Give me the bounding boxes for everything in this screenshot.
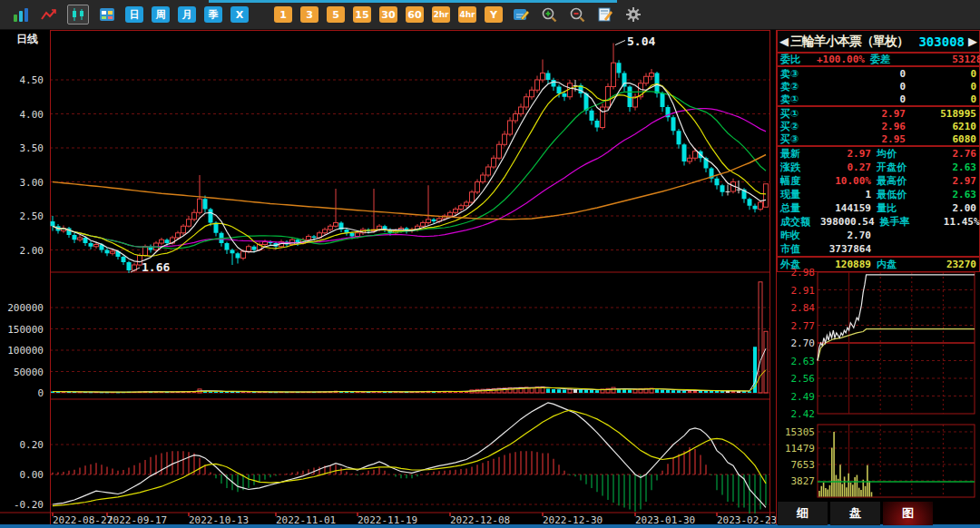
sell-row[interactable]: 卖②00 bbox=[778, 80, 979, 93]
minutes-button-60[interactable]: 60 bbox=[406, 6, 424, 23]
detail-row: 涨跌0.27开盘价2.63 bbox=[778, 161, 979, 174]
sell-row[interactable]: 卖①00 bbox=[778, 93, 979, 105]
buy-row[interactable]: 买①2.97518995 bbox=[778, 107, 979, 120]
detail-value: 2.63 bbox=[924, 189, 976, 200]
minutes-button-Y[interactable]: Y bbox=[485, 6, 503, 23]
candlestick-series bbox=[51, 44, 769, 274]
memo-icon[interactable] bbox=[595, 5, 615, 24]
svg-text:2.91: 2.91 bbox=[791, 285, 816, 297]
svg-text:7653: 7653 bbox=[791, 459, 816, 471]
detail-value: 2.70 bbox=[820, 230, 871, 241]
trading-app-window: 日周月季X1351530602hr4hrY 2.002.503.003.504.… bbox=[0, 0, 980, 528]
detail-value: 2.63 bbox=[924, 161, 976, 173]
toolbar: 日周月季X1351530602hr4hrY bbox=[0, 0, 980, 30]
detail-label: 市值 bbox=[780, 242, 820, 256]
period-button-周[interactable]: 周 bbox=[152, 6, 170, 23]
sell-amount: 0 bbox=[906, 81, 976, 93]
minutes-button-3[interactable]: 3 bbox=[300, 6, 318, 23]
market-overview-icon[interactable] bbox=[11, 5, 31, 24]
weicha-label: 委差 bbox=[865, 53, 917, 66]
macd-histogram bbox=[53, 447, 766, 513]
detail-row: 总量144159量比2.00 bbox=[778, 201, 979, 215]
panel-tab-图[interactable]: 图 bbox=[883, 502, 933, 525]
buy-level-label: 买① bbox=[780, 107, 817, 121]
minutes-button-15[interactable]: 15 bbox=[353, 6, 371, 23]
sell-queue: 卖③00卖②00卖①00 bbox=[777, 66, 980, 106]
panel-tab-细[interactable]: 细 bbox=[778, 502, 828, 525]
minutes-button-5[interactable]: 5 bbox=[327, 6, 345, 23]
weibi-label: 委比 bbox=[780, 53, 817, 66]
svg-text:3.00: 3.00 bbox=[20, 177, 44, 189]
prev-stock-arrow-icon[interactable]: ◀ bbox=[778, 34, 790, 48]
svg-text:2.42: 2.42 bbox=[791, 408, 816, 420]
trend-line-icon[interactable] bbox=[39, 5, 59, 24]
buy-row[interactable]: 买②2.966210 bbox=[778, 120, 979, 132]
svg-text:100000: 100000 bbox=[7, 345, 44, 357]
zoom-in-icon[interactable] bbox=[539, 5, 559, 24]
period-button-月[interactable]: 月 bbox=[178, 6, 196, 23]
detail-value: 11.45% bbox=[927, 216, 980, 228]
buy-row[interactable]: 买③2.956080 bbox=[778, 132, 979, 145]
board-calendar-icon[interactable] bbox=[97, 5, 117, 24]
buy-price: 2.96 bbox=[817, 121, 906, 132]
period-button-X[interactable]: X bbox=[230, 6, 249, 23]
detail-value: 2.76 bbox=[924, 148, 976, 160]
detail-value: 2.97 bbox=[820, 148, 871, 160]
intraday-price-line bbox=[818, 275, 975, 361]
panel-tabs: 细盘图 bbox=[778, 502, 933, 525]
svg-text:0: 0 bbox=[37, 387, 44, 399]
minutes-button-2hr[interactable]: 2hr bbox=[432, 6, 450, 23]
buy-amount: 6080 bbox=[906, 133, 976, 145]
detail-row: 幅度10.00%最高价2.97 bbox=[778, 174, 979, 188]
intraday-chart[interactable]: 2.982.912.842.772.702.632.562.492.421530… bbox=[777, 266, 980, 502]
svg-text:2.77: 2.77 bbox=[791, 320, 816, 332]
svg-text:2.50: 2.50 bbox=[20, 210, 44, 222]
minutes-button-4hr[interactable]: 4hr bbox=[458, 6, 476, 23]
detail-label: 开盘价 bbox=[871, 161, 924, 174]
ma60-line bbox=[53, 155, 766, 220]
macd-dea-line bbox=[53, 410, 766, 505]
svg-text:3827: 3827 bbox=[791, 475, 816, 487]
volume-bars bbox=[51, 282, 768, 394]
svg-text:200000: 200000 bbox=[7, 302, 44, 314]
svg-text:2.00: 2.00 bbox=[20, 245, 44, 257]
quote-details: 最新2.97均价2.76涨跌0.27开盘价2.63幅度10.00%最高价2.97… bbox=[777, 146, 980, 257]
main-chart-layers: 2.002.503.003.504.004.500500001000001500… bbox=[0, 30, 776, 526]
detail-row: 成交额398000.54换手率11.45% bbox=[778, 215, 979, 229]
weicha-value: 531285 bbox=[917, 54, 980, 65]
svg-text:2.84: 2.84 bbox=[791, 302, 816, 314]
detail-value: 2.00 bbox=[924, 202, 976, 214]
buy-price: 2.95 bbox=[817, 133, 906, 145]
period-button-日[interactable]: 日 bbox=[125, 6, 143, 23]
svg-text:5.04: 5.04 bbox=[627, 34, 655, 48]
detail-value: 1 bbox=[820, 189, 871, 200]
stock-code: 303008 bbox=[918, 34, 966, 49]
detail-value: 0.27 bbox=[820, 161, 871, 173]
zoom-out-icon[interactable] bbox=[567, 5, 587, 24]
candlestick-chart-icon[interactable] bbox=[67, 5, 89, 24]
next-stock-arrow-icon[interactable]: ▶ bbox=[966, 34, 979, 48]
svg-text:0.20: 0.20 bbox=[20, 439, 44, 451]
svg-text:0.00: 0.00 bbox=[20, 469, 44, 481]
detail-value: 144159 bbox=[820, 202, 871, 214]
settings-gear-icon[interactable] bbox=[623, 5, 643, 24]
svg-text:-0.20: -0.20 bbox=[14, 499, 44, 511]
buy-queue: 买①2.97518995买②2.966210买③2.956080 bbox=[777, 106, 980, 146]
intraday-layers: 2.982.912.842.772.702.632.562.492.421530… bbox=[785, 267, 975, 497]
buy-price: 2.97 bbox=[817, 108, 906, 120]
edit-chart-icon[interactable] bbox=[511, 5, 531, 24]
detail-value: 3737864 bbox=[820, 243, 871, 255]
detail-label: 均价 bbox=[871, 147, 924, 161]
minutes-button-30[interactable]: 30 bbox=[379, 6, 397, 23]
main-chart[interactable]: 2.002.503.003.504.004.500500001000001500… bbox=[0, 30, 776, 528]
buy-amount: 518995 bbox=[906, 108, 976, 120]
sell-price: 0 bbox=[817, 93, 906, 105]
detail-label: 总量 bbox=[780, 201, 820, 215]
buy-level-label: 买② bbox=[780, 120, 817, 133]
sell-level-label: 卖③ bbox=[780, 67, 817, 81]
minutes-button-1[interactable]: 1 bbox=[274, 6, 292, 23]
panel-tab-盘[interactable]: 盘 bbox=[830, 502, 880, 525]
sell-row[interactable]: 卖③00 bbox=[778, 67, 979, 80]
period-button-季[interactable]: 季 bbox=[204, 6, 222, 23]
stock-name: 三輪羊小本票（單枚） bbox=[790, 34, 918, 50]
